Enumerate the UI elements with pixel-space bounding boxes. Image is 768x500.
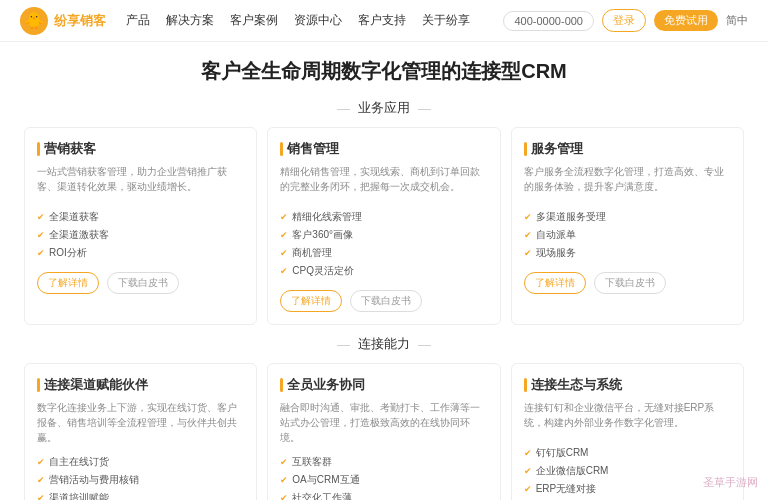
card-desc-2: 客户服务全流程数字化管理，打造高效、专业的服务体验，提升客户满意度。 <box>524 164 731 200</box>
nav-resources[interactable]: 资源中心 <box>294 12 342 29</box>
feature-item: 精细化线索管理 <box>280 208 487 226</box>
feature-item: 社交化工作薄 <box>280 489 487 500</box>
header-actions: 400-0000-000 登录 免费试用 简中 <box>503 9 748 32</box>
detail-button[interactable]: 了解详情 <box>524 272 586 294</box>
trial-button[interactable]: 免费试用 <box>654 10 718 31</box>
feature-item: 自主在线订货 <box>37 453 244 471</box>
feature-item: 渠道培训赋能 <box>37 489 244 500</box>
card-desc-1: 精细化销售管理，实现线索、商机到订单回款的完整业务闭环，把握每一次成交机会。 <box>280 164 487 200</box>
title-bar-icon <box>37 142 40 156</box>
title-bar-icon <box>524 378 527 392</box>
feature-item: 现场服务 <box>524 244 731 262</box>
watermark: 圣草手游网 <box>703 475 758 490</box>
section1-label: 业务应用 <box>24 99 744 117</box>
title-bar-icon <box>280 378 283 392</box>
page-title: 客户全生命周期数字化管理的连接型CRM <box>24 58 744 85</box>
main-nav: 产品 解决方案 客户案例 资源中心 客户支持 关于纷享 <box>126 12 503 29</box>
logo-text: 纷享销客 <box>54 12 106 30</box>
card-1: 全员业务协同融合即时沟通、审批、考勤打卡、工作薄等一站式办公管理，打造极致高效的… <box>267 363 500 500</box>
logo-area: 🐥 纷享销客 <box>20 7 106 35</box>
nav-solution[interactable]: 解决方案 <box>166 12 214 29</box>
card-title-0: 连接渠道赋能伙伴 <box>37 376 244 394</box>
feature-item: 企业微信版CRM <box>524 462 731 480</box>
card-desc-0: 一站式营销获客管理，助力企业营销推广获客、渠道转化效果，驱动业绩增长。 <box>37 164 244 200</box>
card-desc-0: 数字化连接业务上下游，实现在线订货、客户报备、销售培训等全流程管理，与伙伴共创共… <box>37 400 244 445</box>
card-features-1: 精细化线索管理客户360°画像商机管理CPQ灵活定价 <box>280 208 487 280</box>
title-bar-icon <box>280 142 283 156</box>
card-0: 连接渠道赋能伙伴数字化连接业务上下游，实现在线订货、客户报备、销售培训等全流程管… <box>24 363 257 500</box>
card-title-1: 销售管理 <box>280 140 487 158</box>
card-features-0: 全渠道获客全渠道激获客ROI分析 <box>37 208 244 262</box>
feature-item: 商机管理 <box>280 244 487 262</box>
detail-button[interactable]: 了解详情 <box>280 290 342 312</box>
whitepaper-button[interactable]: 下载白皮书 <box>594 272 666 294</box>
nav-about[interactable]: 关于纷享 <box>422 12 470 29</box>
nav-product[interactable]: 产品 <box>126 12 150 29</box>
title-bar-icon <box>37 378 40 392</box>
phone-button[interactable]: 400-0000-000 <box>503 11 594 31</box>
card-2: 服务管理客户服务全流程数字化管理，打造高效、专业的服务体验，提升客户满意度。多渠… <box>511 127 744 325</box>
whitepaper-button[interactable]: 下载白皮书 <box>350 290 422 312</box>
card-title-0: 营销获客 <box>37 140 244 158</box>
feature-item: OA与CRM互通 <box>280 471 487 489</box>
card-title-2: 连接生态与系统 <box>524 376 731 394</box>
feature-item: 钉钉版CRM <box>524 444 731 462</box>
card-0: 营销获客一站式营销获客管理，助力企业营销推广获客、渠道转化效果，驱动业绩增长。全… <box>24 127 257 325</box>
whitepaper-button[interactable]: 下载白皮书 <box>107 272 179 294</box>
card-features-1: 互联客群OA与CRM互通社交化工作薄 <box>280 453 487 500</box>
card-desc-1: 融合即时沟通、审批、考勤打卡、工作薄等一站式办公管理，打造极致高效的在线协同环境… <box>280 400 487 445</box>
language-selector[interactable]: 简中 <box>726 13 748 28</box>
main-content: 客户全生命周期数字化管理的连接型CRM 业务应用 营销获客一站式营销获客管理，助… <box>0 42 768 500</box>
card-features-0: 自主在线订货营销活动与费用核销渠道培训赋能 <box>37 453 244 500</box>
detail-button[interactable]: 了解详情 <box>37 272 99 294</box>
feature-item: 自动派单 <box>524 226 731 244</box>
section2-label: 连接能力 <box>24 335 744 353</box>
header: 🐥 纷享销客 产品 解决方案 客户案例 资源中心 客户支持 关于纷享 400-0… <box>0 0 768 42</box>
card-actions-2: 了解详情下载白皮书 <box>524 272 731 294</box>
feature-item: 全渠道激获客 <box>37 226 244 244</box>
card-features-2: 多渠道服务受理自动派单现场服务 <box>524 208 731 262</box>
login-button[interactable]: 登录 <box>602 9 646 32</box>
feature-item: 互联客群 <box>280 453 487 471</box>
card-actions-0: 了解详情下载白皮书 <box>37 272 244 294</box>
section2-cards: 连接渠道赋能伙伴数字化连接业务上下游，实现在线订货、客户报备、销售培训等全流程管… <box>24 363 744 500</box>
card-title-2: 服务管理 <box>524 140 731 158</box>
feature-item: 多渠道服务受理 <box>524 208 731 226</box>
title-bar-icon <box>524 142 527 156</box>
nav-support[interactable]: 客户支持 <box>358 12 406 29</box>
card-actions-1: 了解详情下载白皮书 <box>280 290 487 312</box>
card-features-2: 钉钉版CRM企业微信版CRMERP无缝对接 <box>524 444 731 498</box>
feature-item: ERP无缝对接 <box>524 480 731 498</box>
feature-item: 营销活动与费用核销 <box>37 471 244 489</box>
feature-item: 全渠道获客 <box>37 208 244 226</box>
feature-item: ROI分析 <box>37 244 244 262</box>
card-1: 销售管理精细化销售管理，实现线索、商机到订单回款的完整业务闭环，把握每一次成交机… <box>267 127 500 325</box>
section1-cards: 营销获客一站式营销获客管理，助力企业营销推广获客、渠道转化效果，驱动业绩增长。全… <box>24 127 744 325</box>
feature-item: CPQ灵活定价 <box>280 262 487 280</box>
feature-item: 客户360°画像 <box>280 226 487 244</box>
logo-icon: 🐥 <box>20 7 48 35</box>
card-desc-2: 连接钉钉和企业微信平台，无缝对接ERP系统，构建内外部业务作数字化管理。 <box>524 400 731 436</box>
card-title-1: 全员业务协同 <box>280 376 487 394</box>
nav-cases[interactable]: 客户案例 <box>230 12 278 29</box>
